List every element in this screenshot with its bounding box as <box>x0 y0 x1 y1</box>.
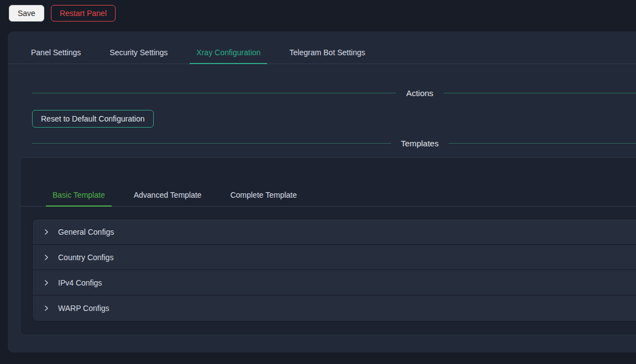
save-button[interactable]: Save <box>9 5 44 22</box>
templates-divider-title: Templates <box>391 139 449 148</box>
actions-divider: Actions <box>32 88 636 98</box>
tab-advanced-template[interactable]: Advanced Template <box>127 184 208 206</box>
restart-panel-button[interactable]: Restart Panel <box>51 5 116 22</box>
templates-divider: Templates <box>32 139 636 148</box>
reset-default-config-button[interactable]: Reset to Default Configuration <box>32 110 154 128</box>
topbar: Save Restart Panel <box>0 0 636 27</box>
tab-basic-template[interactable]: Basic Template <box>46 184 112 206</box>
tab-xray-configuration[interactable]: Xray Configuration <box>190 41 267 64</box>
settings-tabs: Panel Settings Security Settings Xray Co… <box>8 31 636 64</box>
xray-configuration-section: Actions Reset to Default Configuration T… <box>8 88 636 148</box>
chevron-right-icon <box>43 228 50 236</box>
tab-complete-template[interactable]: Complete Template <box>223 184 303 206</box>
tab-telegram-bot-settings[interactable]: Telegram Bot Settings <box>283 41 372 64</box>
settings-card: Panel Settings Security Settings Xray Co… <box>8 31 636 352</box>
collapse-warp-configs[interactable]: WARP Configs <box>33 296 636 321</box>
tab-security-settings[interactable]: Security Settings <box>103 41 174 64</box>
chevron-right-icon <box>43 254 50 261</box>
templates-card: Basic Template Advanced Template Complet… <box>20 157 636 335</box>
collapse-item-label: Country Configs <box>58 253 113 262</box>
chevron-right-icon <box>43 304 50 312</box>
chevron-right-icon <box>43 279 50 287</box>
collapse-general-configs[interactable]: General Configs <box>33 219 636 245</box>
collapse-item-label: WARP Configs <box>58 304 110 313</box>
collapse-country-configs[interactable]: Country Configs <box>33 245 636 270</box>
collapse-item-label: General Configs <box>58 228 114 236</box>
config-collapse-list: General Configs Country Configs IPv4 Con… <box>32 219 636 321</box>
template-tabs: Basic Template Advanced Template Complet… <box>20 184 636 207</box>
collapse-ipv4-configs[interactable]: IPv4 Configs <box>33 270 636 296</box>
collapse-item-label: IPv4 Configs <box>58 278 102 287</box>
actions-divider-title: Actions <box>396 88 443 98</box>
tab-panel-settings[interactable]: Panel Settings <box>24 41 87 64</box>
